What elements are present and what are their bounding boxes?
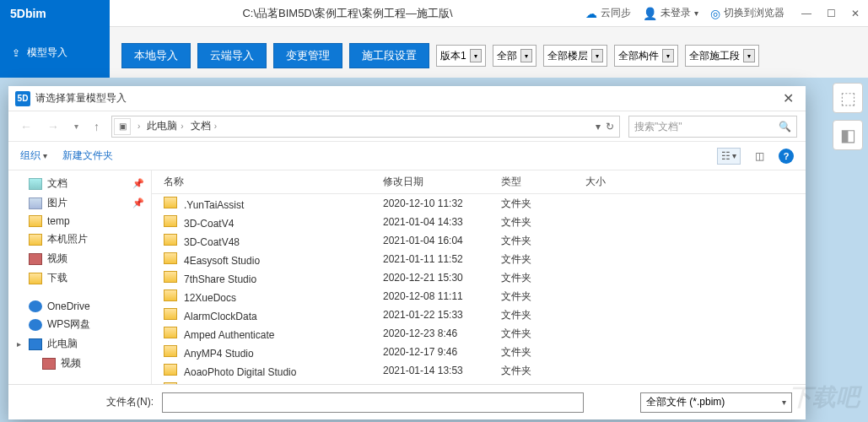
toolbar-button-2[interactable]: 变更管理 bbox=[273, 43, 342, 68]
tree-item-6[interactable]: OneDrive bbox=[8, 298, 151, 315]
file-row[interactable]: AoaoPhoto Digital Studio2021-01-14 13:53… bbox=[152, 361, 806, 380]
file-row[interactable]: AnyMP4 Studio2020-12-17 9:46文件夹 bbox=[152, 343, 806, 361]
search-box[interactable]: 🔍 bbox=[628, 116, 797, 138]
nav-back-button[interactable]: ← bbox=[17, 120, 35, 133]
toolbar-button-1[interactable]: 云端导入 bbox=[197, 43, 267, 68]
sync-label: 云同步 bbox=[601, 6, 631, 20]
close-button[interactable]: ✕ bbox=[851, 8, 860, 19]
chevron-down-icon: ▾ bbox=[694, 8, 698, 18]
nav-forward-button[interactable]: → bbox=[44, 120, 62, 133]
folder-icon bbox=[164, 308, 177, 320]
tree-item-8[interactable]: ▸此电脑 bbox=[8, 334, 151, 354]
toolbar-select-2[interactable]: 全部楼层▾ bbox=[543, 45, 607, 67]
breadcrumb-item-1[interactable]: 文档› bbox=[187, 119, 220, 133]
login-button[interactable]: 👤未登录▾ bbox=[643, 6, 698, 20]
toolbar-select-4[interactable]: 全部施工段▾ bbox=[685, 45, 759, 67]
file-row[interactable]: .YunTaiAssist2020-12-10 11:32文件夹 bbox=[152, 194, 806, 213]
tree-item-3[interactable]: 本机照片 bbox=[8, 230, 151, 249]
import-icon: ⇪ bbox=[12, 47, 20, 59]
new-folder-button[interactable]: 新建文件夹 bbox=[62, 149, 113, 163]
expand-icon[interactable]: ▸ bbox=[17, 339, 21, 349]
cloud-icon: ☁ bbox=[585, 7, 597, 20]
toolbar-select-1[interactable]: 全部▾ bbox=[493, 45, 536, 67]
chevron-down-icon: ▾ bbox=[591, 49, 603, 62]
search-icon[interactable]: 🔍 bbox=[779, 121, 791, 133]
folder-icon bbox=[164, 215, 177, 227]
organize-bar: 组织 ▾ 新建文件夹 ☷▾ ◫ ? bbox=[8, 142, 806, 170]
chevron-down-icon: ▾ bbox=[470, 49, 482, 62]
tree-item-1[interactable]: 图片📌 bbox=[8, 193, 151, 213]
user-icon: 👤 bbox=[643, 7, 657, 20]
list-icon: ☷ bbox=[721, 150, 731, 162]
dialog-close-button[interactable]: ✕ bbox=[778, 90, 799, 106]
folder-icon bbox=[164, 289, 177, 301]
tree-item-7[interactable]: WPS网盘 bbox=[8, 315, 151, 334]
filename-input[interactable] bbox=[162, 392, 584, 413]
cloud-icon bbox=[29, 319, 42, 331]
file-row[interactable]: AlarmClockData2021-01-22 15:33文件夹 bbox=[152, 306, 806, 324]
help-button[interactable]: ? bbox=[779, 149, 794, 164]
tree-item-4[interactable]: 视频 bbox=[8, 249, 151, 268]
dialog-title: 请选择算量模型导入 bbox=[35, 91, 778, 106]
file-row[interactable]: Amped Authenticate2020-12-23 8:46文件夹 bbox=[152, 324, 806, 343]
chevron-down-icon: ▾ bbox=[782, 398, 786, 407]
nav-up-small[interactable]: ▾ bbox=[71, 122, 82, 131]
col-name[interactable]: 名称 bbox=[164, 175, 383, 189]
fld-icon bbox=[29, 273, 42, 284]
tree-item-2[interactable]: temp bbox=[8, 213, 151, 230]
dialog-navbar: ← → ▾ ↑ ▣ › 此电脑› 文档› ▾ ↻ 🔍 bbox=[8, 111, 806, 142]
breadcrumb-item-0[interactable]: 此电脑› bbox=[143, 119, 186, 133]
toolbar-button-0[interactable]: 本地导入 bbox=[121, 43, 191, 68]
folder-icon bbox=[164, 252, 177, 264]
maximize-button[interactable]: ☐ bbox=[827, 8, 836, 19]
preview-icon: ◫ bbox=[755, 150, 764, 162]
preview-pane-button[interactable]: ◫ bbox=[751, 148, 768, 165]
view-cube-2[interactable]: ◧ bbox=[833, 120, 863, 150]
refresh-icon[interactable]: ↻ bbox=[606, 121, 614, 133]
toolbar-button-3[interactable]: 施工段设置 bbox=[349, 43, 429, 68]
organize-button[interactable]: 组织 ▾ bbox=[20, 149, 47, 163]
folder-icon bbox=[164, 271, 177, 283]
file-row[interactable]: 3D-CoatV482021-01-04 16:04文件夹 bbox=[152, 231, 806, 250]
col-date[interactable]: 修改日期 bbox=[383, 175, 501, 189]
minimize-button[interactable]: — bbox=[801, 8, 811, 19]
browser-icon: ◎ bbox=[710, 7, 720, 20]
column-headers[interactable]: 名称 修改日期 类型 大小 bbox=[152, 170, 806, 194]
file-row[interactable]: 7thShare Studio2020-12-21 15:30文件夹 bbox=[152, 268, 806, 287]
view-mode-button[interactable]: ☷▾ bbox=[717, 148, 741, 165]
main-toolbar: 本地导入云端导入变更管理施工段设置版本1▾全部▾全部楼层▾全部构件▾全部施工段▾ bbox=[110, 34, 771, 78]
search-input[interactable] bbox=[634, 121, 779, 133]
file-rows[interactable]: .YunTaiAssist2020-12-10 11:32文件夹3D-CoatV… bbox=[152, 194, 806, 384]
folder-tree[interactable]: 文档📌图片📌temp本机照片视频下载OneDriveWPS网盘▸此电脑视频 bbox=[8, 170, 152, 384]
cloud-icon bbox=[29, 300, 42, 312]
filetype-select[interactable]: 全部文件 (*.pbim) ▾ bbox=[640, 392, 792, 413]
browser-switch-button[interactable]: ◎切换到浏览器 bbox=[710, 6, 784, 20]
doc-icon bbox=[29, 178, 42, 190]
tree-item-5[interactable]: 下载 bbox=[8, 268, 151, 288]
sidebar-label: 模型导入 bbox=[27, 46, 67, 60]
tree-item-0[interactable]: 文档📌 bbox=[8, 174, 151, 193]
col-size[interactable]: 大小 bbox=[585, 175, 653, 189]
vid-icon bbox=[42, 358, 56, 370]
view-cube-1[interactable]: ⬚ bbox=[833, 83, 863, 113]
file-row[interactable]: 12XueDocs2020-12-08 11:11文件夹 bbox=[152, 287, 806, 306]
breadcrumb-sep0[interactable]: › bbox=[134, 122, 143, 131]
app-header: 5Dbim C:\品茗BIM5D\案例工程\案例工程—施工版\ ☁云同步 👤未登… bbox=[0, 0, 868, 27]
folder-icon bbox=[164, 327, 177, 338]
col-type[interactable]: 类型 bbox=[501, 175, 585, 189]
folder-icon bbox=[164, 197, 177, 208]
sidebar-item-model-import[interactable]: ⇪ 模型导入 bbox=[0, 27, 110, 78]
breadcrumb-bar[interactable]: ▣ › 此电脑› 文档› ▾ ↻ bbox=[111, 116, 620, 138]
view-cubes: ⬚ ◧ bbox=[833, 83, 863, 150]
breadcrumb-dropdown-icon[interactable]: ▾ bbox=[596, 121, 601, 133]
folder-icon bbox=[164, 364, 177, 376]
pin-icon: 📌 bbox=[132, 197, 144, 208]
toolbar-select-0[interactable]: 版本1▾ bbox=[436, 45, 486, 67]
cloud-sync-button[interactable]: ☁云同步 bbox=[585, 6, 631, 20]
nav-up-button[interactable]: ↑ bbox=[90, 120, 103, 133]
tree-item-9[interactable]: 视频 bbox=[8, 354, 151, 373]
file-row[interactable]: 3D-CoatV42021-01-04 14:33文件夹 bbox=[152, 213, 806, 231]
browser-label: 切换到浏览器 bbox=[724, 6, 784, 20]
toolbar-select-3[interactable]: 全部构件▾ bbox=[614, 45, 678, 67]
file-row[interactable]: 4Easysoft Studio2021-01-11 11:52文件夹 bbox=[152, 250, 806, 268]
